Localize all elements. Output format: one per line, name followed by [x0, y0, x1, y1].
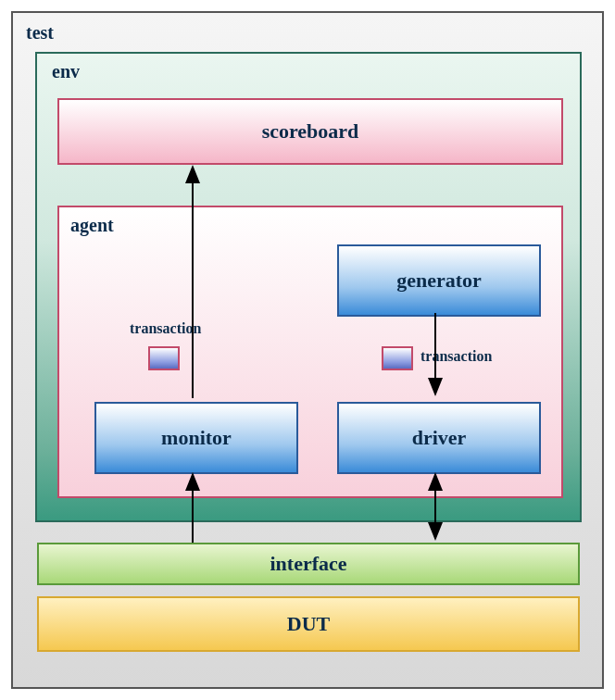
driver-label: driver [412, 426, 467, 450]
generator-label: generator [396, 269, 482, 293]
env-label: env [52, 61, 80, 82]
agent-container: agent generator monitor driver transacti… [57, 206, 563, 498]
monitor-box: monitor [94, 402, 298, 474]
driver-box: driver [337, 402, 541, 474]
scoreboard-box: scoreboard [57, 98, 563, 165]
transaction-label-1: transaction [130, 320, 201, 337]
interface-box: interface [37, 543, 580, 585]
generator-box: generator [337, 244, 541, 317]
transaction-box-1 [148, 346, 180, 370]
interface-label: interface [270, 552, 346, 576]
test-container: test env scoreboard agent generator moni… [11, 11, 604, 689]
test-label: test [26, 22, 54, 44]
agent-label: agent [70, 215, 114, 236]
env-container: env scoreboard agent generator monitor d… [35, 52, 582, 522]
dut-box: DUT [37, 596, 580, 652]
scoreboard-label: scoreboard [262, 119, 359, 144]
monitor-label: monitor [161, 426, 232, 450]
dut-label: DUT [287, 612, 330, 636]
diagram-canvas: test env scoreboard agent generator moni… [0, 0, 615, 700]
transaction-box-2 [382, 346, 413, 370]
transaction-label-2: transaction [420, 348, 492, 365]
